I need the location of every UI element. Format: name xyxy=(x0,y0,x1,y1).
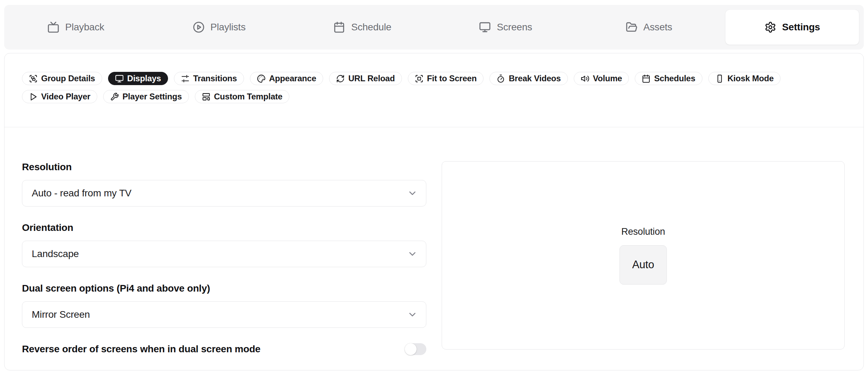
chip-label: Transitions xyxy=(193,74,237,83)
chip-label: Schedules xyxy=(654,74,695,83)
gear-icon xyxy=(764,21,776,33)
screen-preview-panel: Resolution Auto xyxy=(442,161,845,349)
display-form: Resolution Auto - read from my TV Orient… xyxy=(22,161,426,355)
chip-kiosk-mode[interactable]: Kiosk Mode xyxy=(708,72,781,85)
refresh-icon xyxy=(336,74,345,83)
nav-item-assets[interactable]: Assets xyxy=(582,10,716,45)
select-value: Landscape xyxy=(32,248,79,260)
chip-label: Displays xyxy=(127,74,161,83)
chip-label: Kiosk Mode xyxy=(728,74,774,83)
chip-label: Break Videos xyxy=(509,74,561,83)
settings-card: Group Details Displays Transitions Appea… xyxy=(4,53,864,370)
settings-tabs: Group Details Displays Transitions Appea… xyxy=(5,53,863,103)
nav-item-schedule[interactable]: Schedule xyxy=(296,10,429,45)
field-label: Resolution xyxy=(22,161,426,173)
reverse-order-toggle[interactable] xyxy=(405,343,426,355)
toggle-label: Reverse order of screens when in dual sc… xyxy=(22,343,260,355)
play-icon xyxy=(29,92,38,101)
chip-label: Volume xyxy=(593,74,622,83)
select-value: Mirror Screen xyxy=(32,309,90,320)
chip-group-details[interactable]: Group Details xyxy=(22,72,102,85)
chip-custom-template[interactable]: Custom Template xyxy=(195,90,290,103)
chevron-down-icon xyxy=(407,309,418,320)
chevron-down-icon xyxy=(407,188,418,198)
chip-label: URL Reload xyxy=(348,74,395,83)
chip-displays[interactable]: Displays xyxy=(108,72,168,85)
displays-settings-panel: Resolution Auto - read from my TV Orient… xyxy=(5,127,863,355)
form-field-resolution: Resolution Auto - read from my TV xyxy=(22,161,426,206)
chip-video-player[interactable]: Video Player xyxy=(22,90,97,103)
chevron-down-icon xyxy=(407,249,418,259)
tv-icon xyxy=(47,21,59,33)
folder-open-icon xyxy=(626,21,638,33)
volume-icon xyxy=(581,74,589,83)
toggle-knob xyxy=(405,343,417,355)
chip-url-reload[interactable]: URL Reload xyxy=(329,72,402,85)
nav-item-screens[interactable]: Screens xyxy=(439,10,572,45)
nav-item-label: Assets xyxy=(644,22,672,33)
smartphone-icon xyxy=(715,74,724,83)
chip-schedules[interactable]: Schedules xyxy=(635,72,702,85)
nav-item-label: Settings xyxy=(782,22,820,33)
sliders-icon xyxy=(181,74,190,83)
preview-resolution-label: Resolution xyxy=(621,226,665,237)
field-label: Dual screen options (Pi4 and above only) xyxy=(22,283,426,294)
nav-item-label: Playback xyxy=(65,22,104,33)
nav-item-playback[interactable]: Playback xyxy=(9,10,143,45)
select-value: Auto - read from my TV xyxy=(32,188,131,199)
chip-row-2: Video Player Player Settings Custom Temp… xyxy=(22,90,846,103)
chip-player-settings[interactable]: Player Settings xyxy=(103,90,189,103)
nav-item-label: Screens xyxy=(497,22,532,33)
monitor-icon xyxy=(479,21,491,33)
palette-icon xyxy=(257,74,266,83)
chip-label: Custom Template xyxy=(214,92,283,101)
chip-label: Player Settings xyxy=(122,92,182,101)
fit-screen-icon xyxy=(415,74,424,83)
field-label: Orientation xyxy=(22,222,426,234)
wrench-icon xyxy=(110,92,119,101)
form-field-dual-screen-options-pi4-and-above-only: Dual screen options (Pi4 and above only)… xyxy=(22,283,426,328)
chip-label: Group Details xyxy=(41,74,95,83)
chip-label: Video Player xyxy=(41,92,90,101)
chip-appearance[interactable]: Appearance xyxy=(250,72,323,85)
layout-template-icon xyxy=(202,92,211,101)
select-dropdown[interactable]: Auto - read from my TV xyxy=(22,180,426,206)
nav-item-label: Schedule xyxy=(351,22,391,33)
reverse-order-row: Reverse order of screens when in dual sc… xyxy=(22,343,426,355)
form-field-orientation: Orientation Landscape xyxy=(22,222,426,267)
top-nav: Playback Playlists Schedule Screens Asse… xyxy=(4,5,864,50)
chip-fit-to-screen[interactable]: Fit to Screen xyxy=(408,72,484,85)
timer-icon xyxy=(496,74,505,83)
group-icon xyxy=(29,74,38,83)
nav-item-settings[interactable]: Settings xyxy=(725,10,859,45)
nav-item-label: Playlists xyxy=(211,22,246,33)
select-dropdown[interactable]: Mirror Screen xyxy=(22,301,426,328)
chip-row-1: Group Details Displays Transitions Appea… xyxy=(22,72,846,85)
monitor-icon xyxy=(115,74,124,83)
play-circle-icon xyxy=(193,21,205,33)
chip-volume[interactable]: Volume xyxy=(574,72,629,85)
preview-resolution-value: Auto xyxy=(619,245,667,285)
chip-break-videos[interactable]: Break Videos xyxy=(489,72,568,85)
chip-label: Appearance xyxy=(269,74,316,83)
chip-label: Fit to Screen xyxy=(427,74,477,83)
calendar-icon xyxy=(642,74,650,83)
chip-transitions[interactable]: Transitions xyxy=(174,72,244,85)
nav-item-playlists[interactable]: Playlists xyxy=(152,10,286,45)
calendar-icon xyxy=(333,21,345,33)
select-dropdown[interactable]: Landscape xyxy=(22,241,426,267)
